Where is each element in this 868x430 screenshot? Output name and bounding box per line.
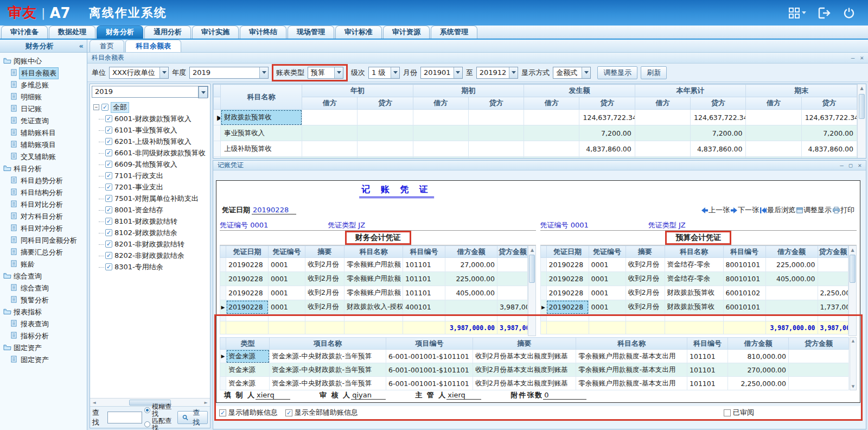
tree-item-7[interactable]: 7201-事业支出 <box>105 181 210 193</box>
balance-cell[interactable] <box>302 125 358 141</box>
voucher-cell[interactable]: 0001 <box>269 286 305 300</box>
search-input[interactable] <box>107 412 142 423</box>
minimize-icon[interactable]: — <box>840 162 844 168</box>
doc-tab-1[interactable]: 首页 <box>90 40 124 52</box>
balance-cell[interactable] <box>524 125 579 141</box>
tree-item-13[interactable]: 8202-非财政拨款结余 <box>105 250 210 261</box>
month-from-dropdown-icon[interactable] <box>454 67 462 78</box>
voucher-cell[interactable]: 收到2月份 <box>626 258 665 272</box>
balance-cell[interactable] <box>746 110 801 125</box>
voucher-cell[interactable]: 20190228 <box>546 258 589 272</box>
sidebar-item-3-2[interactable]: 预警分析 <box>11 294 87 306</box>
show-aux-checkbox[interactable]: 显示辅助账信息 <box>219 408 278 418</box>
detail-cell[interactable]: 资金来源-中央财政拨款-当年预算 <box>270 377 386 390</box>
voucher-cell[interactable]: 20190228 <box>546 300 589 314</box>
voucher-cell[interactable]: 财政拨款收入-授权 <box>344 300 403 314</box>
tree-expander-icon[interactable]: − <box>93 104 99 110</box>
sidebar-item-4-1[interactable]: 报表查询 <box>11 318 87 330</box>
voucher-cell[interactable]: 225,000.00 <box>445 272 497 286</box>
balance-cell[interactable] <box>302 141 358 157</box>
show-all-aux-checkbox[interactable]: 显示全部辅助账信息 <box>285 408 358 418</box>
sidebar-collapse-icon[interactable]: « <box>79 42 84 50</box>
tree-item-3[interactable]: 6201-上级补助预算收入 <box>105 136 210 147</box>
checkbox-checked-icon[interactable] <box>105 252 112 259</box>
voucher-cell[interactable]: 20190228 <box>226 272 269 286</box>
checkbox-checked-icon[interactable] <box>105 172 112 179</box>
detail-cell[interactable]: 资金来源-中央财政拨款-当年预算 <box>270 350 386 363</box>
voucher-cell[interactable]: 0001 <box>269 272 305 286</box>
year-dropdown-icon[interactable] <box>259 67 268 78</box>
balance-cell[interactable] <box>635 110 690 125</box>
voucher-cell[interactable] <box>445 300 497 314</box>
tree-item-8[interactable]: 7501-对附属单位补助支出 <box>105 193 210 204</box>
balance-cell[interactable]: 4,837,860.00 <box>691 141 746 157</box>
detail-cell[interactable]: 收到2月份基本支出额度到账基 <box>473 377 576 390</box>
voucher-cell[interactable] <box>497 272 528 286</box>
year-select[interactable]: 2019 <box>189 67 269 79</box>
sidebar-item-5-1[interactable]: 固定资产 <box>11 354 87 366</box>
adjust-display-button[interactable]: 调整显示 <box>597 66 637 79</box>
scroll-up-icon[interactable]: ▲ <box>850 338 856 344</box>
voucher-cell[interactable]: 财政拨款预算收 <box>665 300 723 314</box>
detail-cell[interactable]: 6-001-001001-$101101 <box>386 363 473 377</box>
sidebar-item-1-2[interactable]: 多维总账 <box>11 79 87 91</box>
voucher-cell[interactable]: 收到2月份 <box>305 286 344 300</box>
checkbox-checked-icon[interactable] <box>105 149 112 156</box>
voucher-cell[interactable]: 27,000.00 <box>445 258 497 272</box>
voucher-cell[interactable]: 101101 <box>403 258 445 272</box>
menu-tab-6[interactable]: 审计终结 <box>240 26 286 39</box>
menu-tab-7[interactable]: 现场管理 <box>288 26 334 39</box>
checkbox-checked-icon[interactable] <box>105 229 112 236</box>
scroll-up-icon[interactable]: ▲ <box>858 84 866 92</box>
table-row[interactable]: 资金来源资金来源-中央财政拨款-当年预算6-001-001001-$101101… <box>220 377 849 390</box>
close-icon[interactable]: ✕ <box>858 162 861 168</box>
voucher-cell[interactable]: 0001 <box>589 300 626 314</box>
checkbox-checked-icon[interactable] <box>105 263 112 270</box>
close-icon[interactable]: ✕ <box>860 55 864 61</box>
voucher-cell[interactable]: 80010101 <box>723 272 765 286</box>
maximize-icon[interactable]: ▢ <box>849 162 853 168</box>
balance-cell[interactable]: 124,637,722.34 <box>801 110 857 125</box>
checkbox-checked-icon[interactable] <box>105 184 112 191</box>
voucher-cell[interactable]: 20190228 <box>226 300 269 314</box>
sidebar-item-2-8[interactable]: 账龄 <box>11 258 87 270</box>
balance-cell[interactable] <box>635 141 690 157</box>
tree-item-14[interactable]: 8301-专用结余 <box>105 261 210 273</box>
voucher-cell[interactable]: 收到2月份 <box>626 286 665 300</box>
sidebar-item-2-2[interactable]: 科目结构分析 <box>11 187 87 199</box>
voucher-cell[interactable]: 0001 <box>589 286 626 300</box>
tree-root-row[interactable]: −全部 <box>93 102 210 113</box>
voucher-cell[interactable]: 0001 <box>589 272 626 286</box>
sidebar-item-2-6[interactable]: 同科目同金额分析 <box>11 235 87 246</box>
menu-tab-9[interactable]: 审计资源 <box>383 26 430 39</box>
voucher-cell[interactable]: 财政拨款预算收 <box>665 286 723 300</box>
balance-cell[interactable] <box>468 110 524 125</box>
balance-cell-name[interactable]: 财政拨款预算收 <box>221 110 302 125</box>
scrollbar-thumb[interactable] <box>850 255 856 283</box>
sidebar-item-1-4[interactable]: 日记账 <box>11 103 87 115</box>
detail-cell[interactable]: 810,000.00 <box>728 350 789 363</box>
scroll-right-icon[interactable]: ► <box>202 400 210 405</box>
scrollbar-thumb[interactable] <box>529 255 535 283</box>
balance-cell[interactable] <box>746 141 801 157</box>
tree-item-12[interactable]: 8201-非财政拨款结转 <box>105 238 210 250</box>
voucher-cell[interactable]: 405,000.00 <box>765 272 818 286</box>
detail-cell[interactable]: 资金来源 <box>226 350 270 363</box>
menu-tab-2[interactable]: 数据处理 <box>49 26 95 39</box>
tree-item-5[interactable]: 6609-其他预算收入 <box>105 159 210 170</box>
balance-cell[interactable] <box>468 125 524 141</box>
voucher-cell[interactable]: 225,000.00 <box>765 258 818 272</box>
voucher-cell[interactable]: 3,987,000.00 <box>497 300 528 314</box>
month-from-select[interactable]: 201901 <box>420 67 463 79</box>
sidebar-item-1-7[interactable]: 辅助账项目 <box>11 139 87 151</box>
voucher-cell[interactable]: 60010101 <box>723 300 765 314</box>
voucher-nav-4[interactable]: 调整显示 <box>796 205 832 215</box>
voucher-cell[interactable]: 20190228 <box>226 286 269 300</box>
detail-cell[interactable] <box>789 377 849 390</box>
search-button[interactable]: 查找 <box>177 411 208 424</box>
balance-cell[interactable]: 7,200.00 <box>691 125 746 141</box>
voucher-nav-3[interactable]: 最后浏览 <box>760 205 795 215</box>
sidebar-group-4[interactable]: 报表指标 <box>3 306 87 318</box>
voucher-cell[interactable]: 400101 <box>403 300 445 314</box>
voucher-cell[interactable]: 20190228 <box>546 286 589 300</box>
